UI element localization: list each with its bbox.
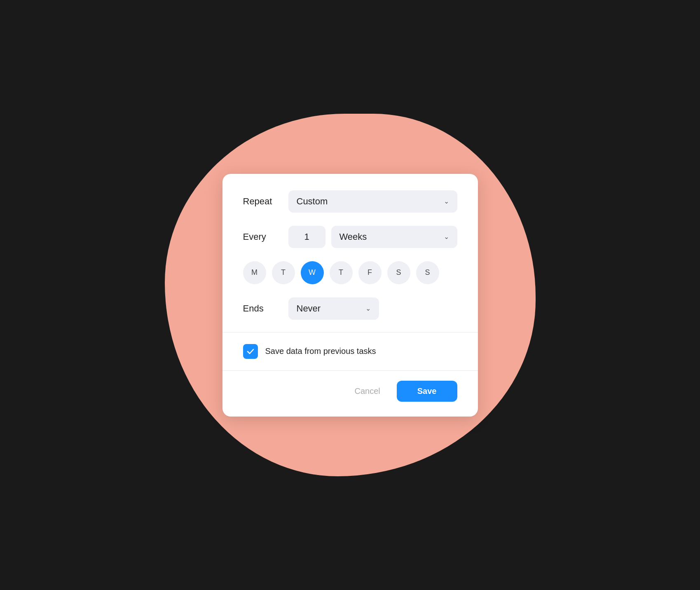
save-button[interactable]: Save xyxy=(397,381,457,402)
every-inputs: Weeks ⌄ xyxy=(288,226,457,248)
every-label: Every xyxy=(243,232,280,242)
ends-row: Ends Never ⌄ xyxy=(243,297,457,320)
repeat-row: Repeat Custom ⌄ xyxy=(243,190,457,213)
day-button-tue[interactable]: T xyxy=(272,261,295,284)
cancel-button[interactable]: Cancel xyxy=(346,381,389,402)
checkbox-row: Save data from previous tasks xyxy=(222,332,478,370)
ends-select[interactable]: Never ⌄ xyxy=(288,297,379,320)
dialog-body: Repeat Custom ⌄ Every Weeks ⌄ M T W T F xyxy=(222,174,478,332)
chevron-down-icon: ⌄ xyxy=(444,197,449,205)
days-row: M T W T F S S xyxy=(243,261,457,284)
checkmark-icon xyxy=(246,347,255,356)
every-row: Every Weeks ⌄ xyxy=(243,226,457,248)
repeat-select[interactable]: Custom ⌄ xyxy=(288,190,457,213)
ends-value: Never xyxy=(297,303,321,314)
day-button-wed[interactable]: W xyxy=(301,261,324,284)
save-data-checkbox[interactable] xyxy=(243,344,258,359)
chevron-down-icon: ⌄ xyxy=(365,304,371,312)
day-button-fri[interactable]: F xyxy=(358,261,382,284)
ends-label: Ends xyxy=(243,303,280,314)
day-button-sat[interactable]: S xyxy=(387,261,410,284)
chevron-down-icon: ⌄ xyxy=(444,233,449,241)
day-button-sun[interactable]: S xyxy=(416,261,439,284)
every-number-input[interactable] xyxy=(288,226,325,248)
weeks-value: Weeks xyxy=(339,232,367,242)
checkbox-label: Save data from previous tasks xyxy=(265,347,376,356)
dialog-footer: Cancel Save xyxy=(222,370,478,417)
weeks-select[interactable]: Weeks ⌄ xyxy=(331,226,457,248)
dialog: Repeat Custom ⌄ Every Weeks ⌄ M T W T F xyxy=(222,174,478,417)
day-button-thu[interactable]: T xyxy=(330,261,353,284)
repeat-value: Custom xyxy=(297,196,328,207)
repeat-label: Repeat xyxy=(243,196,280,207)
day-button-mon[interactable]: M xyxy=(243,261,266,284)
